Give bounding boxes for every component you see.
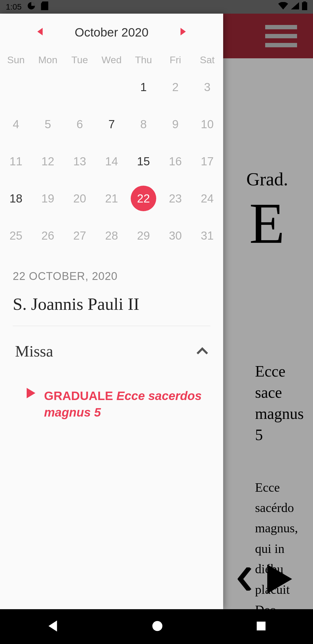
weekday-label: Sun (0, 51, 32, 68)
battery-icon (302, 1, 307, 12)
bg-chant-title: Ecce sacemagnus 5 (255, 361, 313, 446)
status-app-icon (27, 1, 36, 12)
calendar-day (32, 68, 64, 106)
calendar-grid: 1234567891011121314151617181920212223242… (0, 68, 223, 254)
calendar-day[interactable]: 15 (128, 143, 159, 180)
month-year-label: October 2020 (75, 26, 149, 39)
calendar-day[interactable]: 31 (191, 217, 223, 254)
status-time: 1:05 (6, 2, 22, 12)
calendar-day[interactable]: 22 (128, 180, 159, 217)
calendar-day[interactable]: 6 (64, 106, 96, 143)
calendar-day[interactable]: 25 (0, 217, 32, 254)
hamburger-menu-icon[interactable] (265, 14, 297, 58)
calendar-day[interactable]: 9 (159, 106, 191, 143)
calendar-day[interactable]: 2 (159, 68, 191, 106)
calendar-day (64, 68, 96, 106)
calendar-day[interactable]: 24 (191, 180, 223, 217)
play-triangle-icon (27, 388, 35, 399)
section-missa[interactable]: Missa (0, 326, 223, 376)
status-bar: 1:05 (0, 0, 313, 14)
calendar-day[interactable]: 20 (64, 180, 96, 217)
calendar-day[interactable]: 14 (96, 143, 128, 180)
weekday-label: Thu (128, 51, 159, 68)
weekday-label: Wed (96, 51, 128, 68)
calendar-day[interactable]: 5 (32, 106, 64, 143)
cell-signal-icon (291, 2, 299, 12)
weekday-label: Tue (64, 51, 96, 68)
bg-grad-letter: E (249, 190, 313, 256)
calendar-day (96, 68, 128, 106)
graduale-label: GRADUALE Ecce sacerdos magnus 5 (44, 388, 208, 421)
calendar-day[interactable]: 18 (0, 180, 32, 217)
prev-month-button[interactable] (37, 28, 43, 37)
calendar-day[interactable]: 13 (64, 143, 96, 180)
calendar-header: October 2020 (0, 14, 223, 51)
svg-rect-4 (257, 622, 265, 630)
weekday-label: Fri (159, 51, 191, 68)
calendar-day (0, 68, 32, 106)
calendar-day[interactable]: 11 (0, 143, 32, 180)
calendar-day[interactable]: 1 (128, 68, 159, 106)
calendar-day[interactable]: 12 (32, 143, 64, 180)
section-label: Missa (15, 342, 53, 360)
svg-rect-2 (303, 1, 306, 3)
nav-back-button[interactable] (46, 620, 59, 634)
next-month-button[interactable] (180, 28, 186, 37)
calendar-day[interactable]: 28 (96, 217, 128, 254)
prev-track-icon[interactable] (238, 567, 252, 592)
weekday-label: Sat (191, 51, 223, 68)
weekday-label: Mon (32, 51, 64, 68)
nav-home-button[interactable] (152, 620, 163, 633)
calendar-day[interactable]: 29 (128, 217, 159, 254)
calendar-day[interactable]: 10 (191, 106, 223, 143)
feast-title: S. Joannis Pauli II (0, 287, 223, 326)
graduale-item[interactable]: GRADUALE Ecce sacerdos magnus 5 (0, 376, 223, 421)
svg-point-3 (152, 621, 163, 631)
calendar-day[interactable]: 16 (159, 143, 191, 180)
play-icon[interactable] (267, 565, 293, 595)
calendar-day[interactable]: 26 (32, 217, 64, 254)
selected-date-label: 22 OCTOBER, 2020 (0, 254, 223, 287)
weekday-row: Sun Mon Tue Wed Thu Fri Sat (0, 51, 223, 68)
sd-card-icon (41, 1, 48, 12)
calendar-day[interactable]: 27 (64, 217, 96, 254)
android-nav-bar (0, 609, 313, 644)
chevron-up-icon (196, 347, 208, 356)
wifi-icon (278, 2, 288, 12)
calendar-day[interactable]: 30 (159, 217, 191, 254)
calendar-day[interactable]: 21 (96, 180, 128, 217)
calendar-day[interactable]: 23 (159, 180, 191, 217)
calendar-day[interactable]: 7 (96, 106, 128, 143)
nav-recent-button[interactable] (256, 621, 267, 633)
calendar-day[interactable]: 3 (191, 68, 223, 106)
bg-grad-label: Grad. (246, 169, 313, 190)
calendar-day[interactable]: 19 (32, 180, 64, 217)
calendar-day[interactable]: 8 (128, 106, 159, 143)
calendar-day[interactable]: 17 (191, 143, 223, 180)
svg-rect-1 (302, 2, 307, 10)
calendar-drawer: October 2020 Sun Mon Tue Wed Thu Fri Sat… (0, 14, 223, 609)
calendar-day[interactable]: 4 (0, 106, 32, 143)
